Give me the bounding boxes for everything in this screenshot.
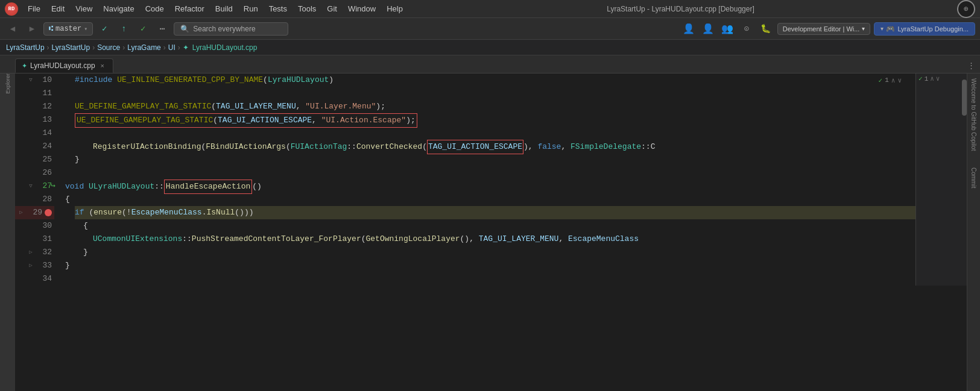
code-line-25: } [75,153,915,166]
run-button[interactable]: ▾ 🎮 LyraStartUp Debuggin... [874,22,975,36]
sidebar-item-explorer[interactable]: Explorer [0,76,15,92]
code-line-27: void ULyraHUDLayout::HandleEscapeAction(… [57,180,915,193]
code-line-28: { [65,193,915,206]
toolbar-icon-1[interactable]: 👤 [681,21,697,37]
menu-tools[interactable]: Tools [293,3,321,14]
breadcrumb-lyrastartup[interactable]: LyraStartUp [6,43,45,52]
minimap: ✓ 1 ∧ ∨ [915,74,967,286]
count-right: 1 [925,75,929,83]
ln-30: 30 [15,219,54,233]
linenum-24: 24 [35,140,52,153]
branch-label: master [55,25,81,33]
fold-27[interactable]: ▽ [28,183,34,189]
menu-navigate[interactable]: Navigate [98,3,139,14]
scrollbar-thumb[interactable] [962,80,967,116]
right-activity-bar: Welcome to GitHub Copilot Commit [967,74,980,391]
caret-down-left[interactable]: ∨ [897,77,902,84]
menu-git[interactable]: Git [322,3,342,14]
menu-file[interactable]: File [23,3,45,14]
code-editor-area: ✓ 1 ∧ ∨ ▽ 10 11 12 [15,74,967,391]
tab-more-button[interactable]: ⋮ [963,58,980,73]
run-chevron: ▾ [880,25,884,32]
game-icon: 🎮 [886,25,895,33]
code-line-30: { [83,219,915,233]
forward-button[interactable]: ▶ [24,21,40,37]
debug-breakpoint-29[interactable] [45,209,52,216]
breadcrumb-lyrastartup2[interactable]: LyraStartUp [52,43,90,52]
push-button[interactable]: ↑ [116,21,131,37]
breadcrumb-lyragame[interactable]: LyraGame [127,43,161,52]
ln-26: 26 [15,166,54,180]
fn-24: RegisterUIActionBinding [93,142,201,151]
linenum-34: 34 [35,272,52,286]
ln-32: ▷ 32 [15,246,54,259]
linenum-28: 28 [35,193,52,206]
ln-25: 25 [15,153,54,166]
menu-tests[interactable]: Tests [264,3,292,14]
menu-edit[interactable]: Edit [46,3,69,14]
linenum-14: 14 [35,127,52,140]
right-line-indicator: ✓ 1 ∧ ∨ [916,74,967,84]
ln-33: ▷ 33 [15,259,54,272]
include-hash: #include UE_INLINE_GENERATED_CPP_BY_NAME… [75,75,334,84]
toolbar-icon-5[interactable]: 🐛 [758,21,774,37]
run-label: LyraStartUp Debuggin... [897,25,969,33]
menu-build[interactable]: Build [210,3,238,14]
linenum-30: 30 [35,219,52,233]
chevron-down-icon: ▾ [84,25,87,33]
sidebar-commit[interactable]: Commit [970,165,977,190]
toolbar-icon-2[interactable]: 👤 [700,21,716,37]
toolbar-icon-4[interactable]: ⊙ [739,21,754,37]
config-selector[interactable]: Development Editor | Wi... ▾ [777,23,871,35]
menu-window[interactable]: Window [343,3,381,14]
search-box[interactable]: 🔍 Search everywhere [174,22,288,36]
back-button[interactable]: ◀ [5,21,21,37]
menu-view[interactable]: View [71,3,97,14]
caret-up-left[interactable]: ∧ [891,77,896,84]
tab-close-button[interactable]: × [98,61,107,70]
config-label: Development Editor | Wi... [783,25,860,33]
sidebar-welcome-copilot[interactable]: Welcome to GitHub Copilot [970,76,977,153]
code-text-area[interactable]: #include UE_INLINE_GENERATED_CPP_BY_NAME… [54,74,915,286]
fold-10[interactable]: ▽ [28,77,34,83]
line-numbers-column: ▽ 10 11 12 13 [15,74,54,286]
caret-up-right[interactable]: ∧ [930,75,934,83]
menu-run[interactable]: Run [239,3,263,14]
linenum-27: 27 [35,180,52,193]
code-line-12: UE_DEFINE_GAMEPLAY_TAG_STATIC(TAG_UI_LAY… [75,100,915,113]
ln-28: 28 [15,193,54,206]
check-button[interactable]: ✓ [135,21,151,37]
search-text: Search everywhere [193,25,255,33]
toolbar-icon-3[interactable]: 👥 [719,21,735,37]
menu-refactor[interactable]: Refactor [170,3,209,14]
fold-32[interactable]: ▷ [28,249,34,255]
linenum-12: 12 [35,100,52,113]
menu-code[interactable]: Code [141,3,169,14]
ln-29: ▷ 29 [15,206,54,219]
breadcrumb-file[interactable]: LyraHUDLayout.cpp [192,43,258,52]
linenum-26: 26 [35,166,52,180]
tab-lyrahudlayout[interactable]: ✦ LyraHUDLayout.cpp × [15,58,113,73]
toolbar: ◀ ▶ ⑆ master ▾ ✓ ↑ ✓ ⋯ 🔍 Search everywhe… [0,18,980,40]
app-logo: RD [5,2,18,16]
tab-bar: ✦ LyraHUDLayout.cpp × ⋮ [0,55,980,74]
checkmark-button[interactable]: ✓ [96,21,112,37]
more-actions-button[interactable]: ⋯ [154,21,170,37]
fold-29[interactable]: ▷ [18,210,24,216]
fold-33[interactable]: ▷ [28,263,34,269]
linenum-25: 25 [35,153,52,166]
ln-34: 34 [15,272,54,286]
branch-selector[interactable]: ⑆ master ▾ [43,22,93,36]
breadcrumb: LyraStartUp › LyraStartUp › Source › Lyr… [0,40,980,55]
breadcrumb-source[interactable]: Source [97,43,120,52]
code-27-content: void ULyraHUDLayout::HandleEscapeAction(… [65,182,262,191]
macro-12: UE_DEFINE_GAMEPLAY_TAG_STATIC [75,102,211,111]
breadcrumb-ui[interactable]: UI [168,43,175,52]
menu-help[interactable]: Help [382,3,408,14]
linenum-11: 11 [35,87,52,100]
code-line-24: RegisterUIActionBinding(FBindUIActionArg… [93,140,915,153]
code-line-34 [57,272,915,286]
code-line-29: if (ensure(!EscapeMenuClass.IsNull())) [75,206,915,219]
explorer-icon: Explorer [5,74,11,94]
caret-down-right[interactable]: ∨ [936,75,940,83]
